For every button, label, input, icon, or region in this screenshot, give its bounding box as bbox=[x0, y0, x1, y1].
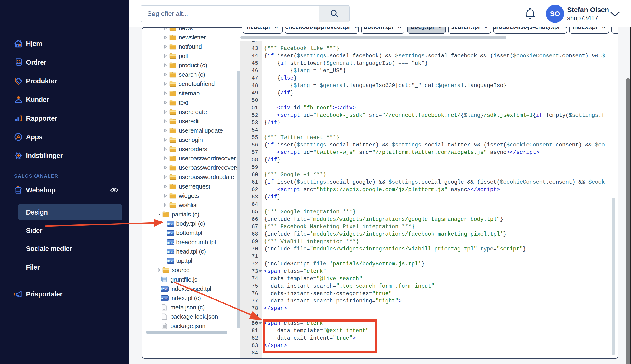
svg-text:HTML: HTML bbox=[167, 242, 174, 244]
svg-text:HTML: HTML bbox=[161, 288, 168, 290]
svg-text:HTML: HTML bbox=[167, 251, 174, 253]
svg-text:HTML: HTML bbox=[161, 297, 168, 300]
svg-text:HTML: HTML bbox=[167, 232, 174, 235]
svg-text:HTML: HTML bbox=[167, 260, 174, 262]
svg-text:HTML: HTML bbox=[167, 222, 174, 225]
